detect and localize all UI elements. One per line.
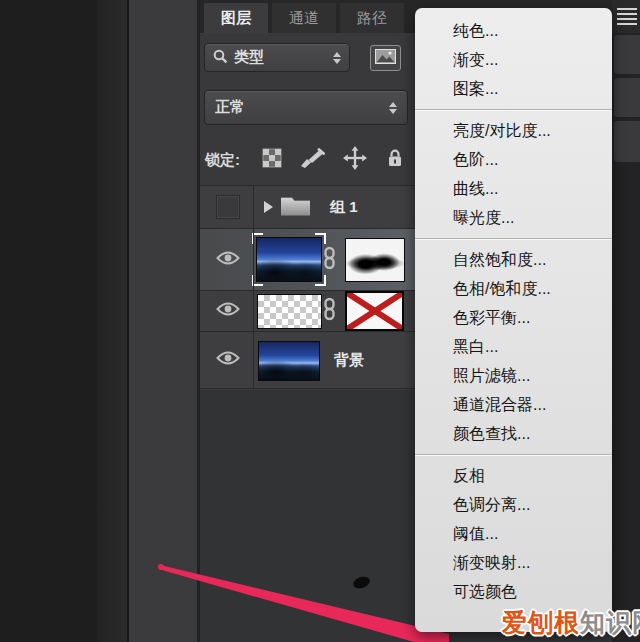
menu-item[interactable]: 颜色查找... [415,419,612,448]
lock-transparency-icon[interactable] [262,148,282,172]
background-panel-row [614,78,640,117]
background-layer-name[interactable]: 背景 [334,351,364,370]
eye-icon[interactable] [216,302,240,321]
selection-bracket [315,275,326,286]
tab-channels[interactable]: 通道 [272,3,336,33]
menu-item[interactable]: 亮度/对比度... [415,116,612,145]
layer-filter-dropdown[interactable]: 类型 [204,43,350,72]
menu-item[interactable]: 曲线... [415,174,612,203]
folder-icon [280,194,311,221]
blend-mode-dropdown[interactable]: 正常 [204,90,408,125]
chain-link-icon[interactable] [323,246,336,273]
filter-type-label: 类型 [234,48,327,67]
menu-item[interactable]: 色彩平衡... [415,303,612,332]
layer-thumbnail[interactable] [258,341,320,381]
red-x-icon[interactable] [345,291,404,331]
layer-thumbnail-transparent[interactable] [257,294,322,329]
menu-item[interactable]: 曝光度... [415,203,612,232]
spinner-icon [389,102,397,114]
menu-item[interactable]: 照片滤镜... [415,361,612,390]
lock-all-icon[interactable] [386,149,404,172]
menu-item[interactable]: 图案... [415,74,612,103]
tab-layers[interactable]: 图层 [204,3,268,33]
canvas-edge [97,0,127,642]
panel-right-edge [612,0,640,642]
watermark-part2: 知识网 [580,608,640,636]
menu-item[interactable]: 色调分离... [415,490,612,519]
group-name[interactable]: 组 1 [330,198,358,217]
menu-item[interactable]: 反相 [415,461,612,490]
menu-item[interactable]: 通道混合器... [415,390,612,419]
watermark: 爱刨根知识网 [502,606,640,639]
pattern-thumbnail-icon [375,49,396,68]
eye-icon[interactable] [216,351,240,370]
menu-separator [415,454,612,455]
menu-separator [415,238,612,239]
chain-link-icon[interactable] [323,298,336,325]
canvas-area [0,0,97,642]
selection-bracket [315,233,326,244]
menu-item[interactable]: 可选颜色 [415,577,612,606]
menu-item[interactable]: 阈值... [415,519,612,548]
menu-separator [415,109,612,110]
lock-pixels-icon[interactable] [299,147,325,173]
tab-paths[interactable]: 路径 [340,3,404,33]
search-icon [213,49,228,67]
lock-label: 锁定: [205,151,240,170]
background-panel-row [614,35,640,74]
panel-menu-icon[interactable] [617,8,637,25]
lock-position-icon[interactable] [343,146,367,174]
visibility-toggle-empty[interactable] [216,195,240,219]
spinner-icon [333,52,341,64]
watermark-part1: 爱刨根 [502,608,580,636]
menu-item[interactable]: 纯色... [415,16,612,45]
disclosure-triangle-icon[interactable] [264,201,273,213]
menu-item[interactable]: 自然饱和度... [415,245,612,274]
layer-thumbnail[interactable] [256,237,322,282]
layer-mask-thumbnail[interactable] [345,238,405,282]
column-divider [253,185,254,389]
menu-item[interactable]: 色相/饱和度... [415,274,612,303]
eye-icon[interactable] [216,250,240,269]
background-panel-row [614,121,640,162]
menu-item[interactable]: 色阶... [415,145,612,174]
photoshop-window: 图层 通道 路径 类型 正常 锁定: [0,0,640,642]
filter-pattern-button[interactable] [370,45,401,71]
menu-item[interactable]: 渐变... [415,45,612,74]
menu-item[interactable]: 渐变映射... [415,548,612,577]
adjustment-layer-menu: 纯色...渐变...图案...亮度/对比度...色阶...曲线...曝光度...… [415,8,612,632]
menu-item[interactable]: 黑白... [415,332,612,361]
blend-mode-value: 正常 [215,98,389,117]
dock-strip[interactable] [129,0,197,642]
